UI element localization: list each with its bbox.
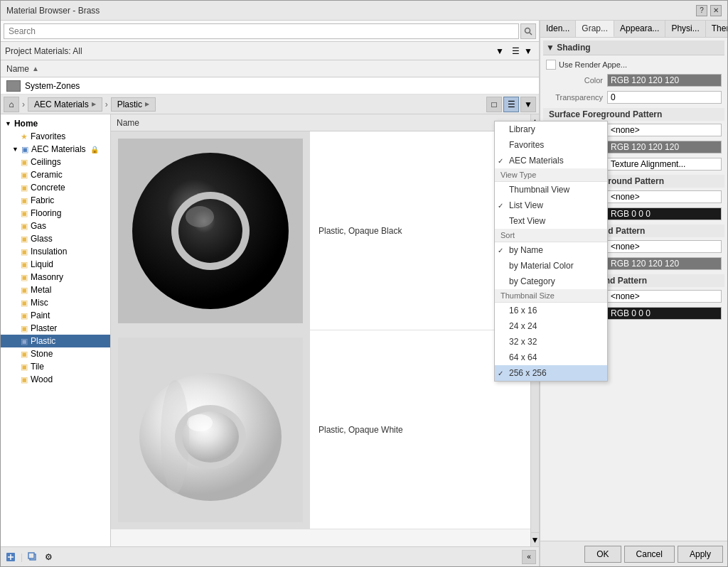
thumbnail-view-button[interactable]: □ bbox=[486, 97, 502, 112]
sidebar-item-favorites[interactable]: ★ Favorites bbox=[1, 130, 110, 143]
color-value[interactable]: RGB 120 120 120 bbox=[607, 74, 722, 87]
tab-identity[interactable]: Iden... bbox=[540, 21, 576, 37]
sidebar-item-glass[interactable]: ▣ Glass bbox=[1, 232, 110, 245]
menu-item-aec-materials[interactable]: ✓ AEC Materials bbox=[495, 153, 607, 168]
cut-fg-pattern-value[interactable]: <none> bbox=[607, 240, 722, 253]
ok-button[interactable]: OK bbox=[584, 546, 621, 563]
tab-graphics[interactable]: Grap... bbox=[576, 21, 614, 37]
surface-bg-pattern-value[interactable]: <none> bbox=[607, 190, 722, 203]
shading-section-header[interactable]: ▼ Shading bbox=[543, 40, 724, 55]
sidebar-item-aec-materials[interactable]: ▼ ▣ AEC Materials 🔒 bbox=[1, 143, 110, 156]
menu-item-by-name[interactable]: ✓ by Name bbox=[495, 242, 607, 258]
project-filter-icon[interactable]: ▼ bbox=[493, 45, 506, 58]
sidebar-home[interactable]: ▼ Home bbox=[1, 117, 110, 130]
menu-item-text-view[interactable]: Text View bbox=[495, 213, 607, 229]
concrete-folder-icon: ▣ bbox=[21, 183, 28, 193]
insulation-label: Insulation bbox=[31, 247, 67, 256]
tab-appearance[interactable]: Appeara... bbox=[614, 21, 665, 37]
close-button[interactable]: ✕ bbox=[710, 5, 722, 16]
project-down-icon[interactable]: ▼ bbox=[522, 45, 535, 58]
title-bar: Material Browser - Brass ? ✕ bbox=[1, 1, 727, 21]
cut-bg-pattern-value[interactable]: <none> bbox=[607, 290, 722, 303]
svg-point-6 bbox=[186, 206, 214, 227]
thumbnail-view-label: Thumbnail View bbox=[509, 185, 569, 195]
svg-rect-17 bbox=[28, 553, 34, 558]
64x64-label: 64 x 64 bbox=[509, 352, 537, 362]
transparency-value[interactable]: 0 bbox=[607, 91, 722, 104]
sidebar-item-tile[interactable]: ▣ Tile bbox=[1, 360, 110, 373]
sidebar-item-fabric[interactable]: ▣ Fabric bbox=[1, 194, 110, 207]
menu-item-64x64[interactable]: 64 x 64 bbox=[495, 350, 607, 365]
menu-item-list-view[interactable]: ✓ List View bbox=[495, 198, 607, 213]
sidebar-item-plastic[interactable]: ▣ Plastic bbox=[1, 335, 110, 347]
apply-button[interactable]: Apply bbox=[678, 546, 723, 563]
sidebar-item-stone[interactable]: ▣ Stone bbox=[1, 347, 110, 360]
list-view-button[interactable]: ☰ bbox=[503, 97, 519, 112]
main-content: Project Materials: All ▼ ☰ ▼ Name ▲ Syst… bbox=[1, 21, 727, 566]
duplicate-button[interactable] bbox=[26, 550, 40, 564]
add-material-button[interactable] bbox=[4, 550, 18, 564]
aec-menu-label: AEC Materials bbox=[509, 156, 564, 166]
menu-item-by-material-color[interactable]: by Material Color bbox=[495, 258, 607, 274]
surface-bg-color-value[interactable]: RGB 0 0 0 bbox=[607, 207, 722, 220]
by-name-label: by Name bbox=[509, 245, 543, 255]
home-arrow: ▼ bbox=[5, 120, 11, 127]
sidebar-item-liquid[interactable]: ▣ Liquid bbox=[1, 258, 110, 271]
sidebar-item-plaster[interactable]: ▣ Plaster bbox=[1, 322, 110, 335]
sidebar-item-ceramic[interactable]: ▣ Ceramic bbox=[1, 168, 110, 181]
search-input[interactable] bbox=[4, 23, 519, 39]
search-button[interactable] bbox=[520, 23, 536, 39]
options-button[interactable]: ▼ bbox=[520, 97, 536, 112]
menu-item-by-category[interactable]: by Category bbox=[495, 274, 607, 289]
sidebar-item-concrete[interactable]: ▣ Concrete bbox=[1, 181, 110, 194]
gas-label: Gas bbox=[31, 221, 46, 231]
sidebar-item-paint[interactable]: ▣ Paint bbox=[1, 309, 110, 322]
aec-materials-crumb[interactable]: AEC Materials bbox=[28, 97, 102, 112]
plaster-folder-icon: ▣ bbox=[21, 324, 28, 333]
view-buttons: □ ☰ ▼ bbox=[486, 97, 536, 112]
surface-pattern-value[interactable]: <none> bbox=[607, 124, 722, 136]
surface-color-value[interactable]: RGB 120 120 120 bbox=[607, 141, 722, 153]
menu-item-favorites[interactable]: Favorites bbox=[495, 137, 607, 153]
cut-bg-color-value[interactable]: RGB 0 0 0 bbox=[607, 307, 722, 320]
tab-physical[interactable]: Physi... bbox=[665, 21, 705, 37]
sidebar-item-ceilings[interactable]: ▣ Ceilings bbox=[1, 156, 110, 168]
scroll-down-button[interactable]: ▼ bbox=[531, 532, 539, 546]
sidebar-item-misc[interactable]: ▣ Misc bbox=[1, 296, 110, 309]
menu-item-thumbnail-view[interactable]: Thumbnail View bbox=[495, 182, 607, 198]
menu-item-32x32[interactable]: 32 x 32 bbox=[495, 334, 607, 350]
alignment-value[interactable]: Texture Alignment... bbox=[607, 158, 722, 171]
home-button[interactable]: ⌂ bbox=[4, 97, 19, 112]
collapse-button[interactable]: « bbox=[522, 550, 536, 564]
transparency-label: Transparency bbox=[546, 93, 603, 102]
menu-item-256x256[interactable]: ✓ 256 x 256 bbox=[495, 365, 607, 381]
plastic-black-preview bbox=[118, 139, 303, 323]
menu-item-library[interactable]: Library bbox=[495, 122, 607, 137]
tab-thermal[interactable]: Ther... bbox=[706, 21, 727, 37]
plastic-crumb[interactable]: Plastic bbox=[111, 97, 156, 112]
stone-folder-icon: ▣ bbox=[21, 350, 28, 359]
list-view-label: List View bbox=[509, 200, 543, 210]
glass-label: Glass bbox=[31, 234, 53, 244]
use-render-appearance-checkbox[interactable] bbox=[546, 60, 556, 70]
concrete-label: Concrete bbox=[31, 183, 65, 193]
settings-button[interactable]: ⚙ bbox=[41, 550, 55, 564]
project-view-icon[interactable]: ☰ bbox=[509, 45, 522, 58]
sidebar-item-metal[interactable]: ▣ Metal bbox=[1, 284, 110, 296]
insulation-folder-icon: ▣ bbox=[21, 247, 28, 256]
sidebar-item-insulation[interactable]: ▣ Insulation bbox=[1, 245, 110, 258]
list-item[interactable]: Plastic, Opaque White bbox=[111, 330, 530, 529]
cancel-button[interactable]: Cancel bbox=[624, 546, 675, 563]
text-view-label: Text View bbox=[509, 216, 545, 226]
menu-item-16x16[interactable]: 16 x 16 bbox=[495, 303, 607, 318]
list-item[interactable]: Plastic, Opaque Black bbox=[111, 131, 530, 330]
cut-fg-color-value[interactable]: RGB 120 120 120 bbox=[607, 257, 722, 270]
sidebar-item-gas[interactable]: ▣ Gas bbox=[1, 220, 110, 232]
sidebar-item-wood[interactable]: ▣ Wood bbox=[1, 373, 110, 386]
left-panel: Project Materials: All ▼ ☰ ▼ Name ▲ Syst… bbox=[1, 21, 540, 566]
sidebar-item-flooring[interactable]: ▣ Flooring bbox=[1, 207, 110, 220]
sidebar-item-masonry[interactable]: ▣ Masonry bbox=[1, 271, 110, 284]
help-button[interactable]: ? bbox=[696, 5, 707, 16]
menu-item-24x24[interactable]: 24 x 24 bbox=[495, 318, 607, 334]
surface-fg-label: Surface Foreground Pattern bbox=[549, 109, 662, 119]
